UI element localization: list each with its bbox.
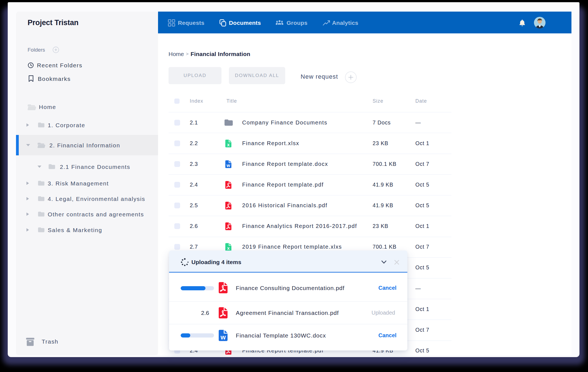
svg-text:x: x [227,246,230,251]
svg-text:x: x [227,142,230,147]
svg-text:w: w [226,163,230,168]
svg-text:w: w [220,333,226,341]
